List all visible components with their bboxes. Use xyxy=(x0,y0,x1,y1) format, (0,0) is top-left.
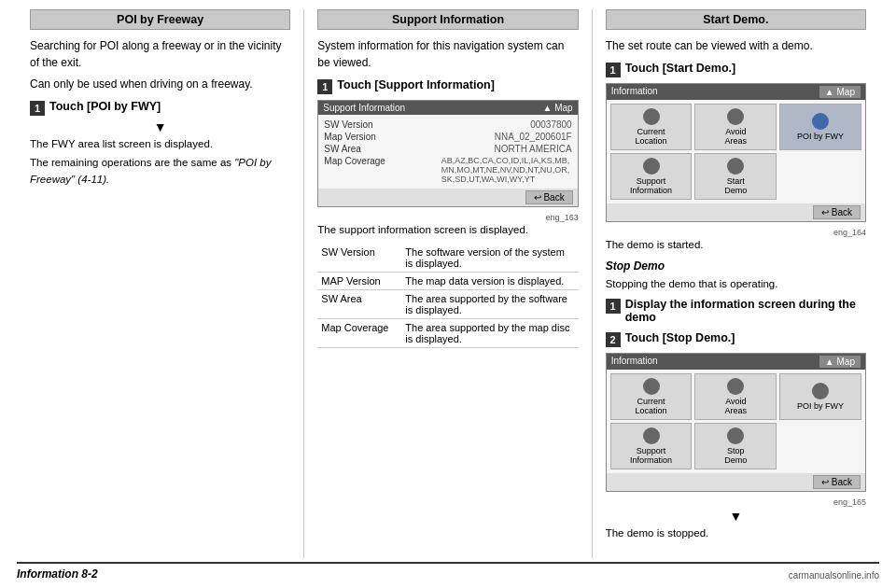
avoid-areas-icon xyxy=(727,108,744,125)
col1-arrow: ▼ xyxy=(30,119,290,134)
support-val-1: NNA_02_200601F xyxy=(495,132,572,142)
col3-step-display-num: 1 xyxy=(606,299,621,314)
col3-step2: 2 Touch [Stop Demo.] xyxy=(606,331,866,347)
col3-step-num-1: 1 xyxy=(606,63,621,77)
col1-desc2: The remaining operations are the same as… xyxy=(30,155,290,188)
col3-arrow2: ▼ xyxy=(606,509,866,524)
demo-cell-label-0: Current Location xyxy=(636,127,667,146)
col3-after-screen2: The demo is stopped. xyxy=(606,525,866,541)
support-screen-label: eng_163 xyxy=(317,213,578,222)
col2-after-screen: The support information screen is displa… xyxy=(317,222,578,238)
col2-header: Support Information xyxy=(317,9,578,30)
demo-screen1-map-btn: ▲ Map xyxy=(819,86,861,98)
demo-screen2-map-btn: ▲ Map xyxy=(819,356,861,368)
demo-cell-label-1: Avoid Areas xyxy=(725,127,748,146)
table-desc-2: The area supported by the software is di… xyxy=(401,290,578,319)
stop-demo-screen2: Information ▲ Map Current Location Avoid… xyxy=(606,353,866,492)
col2-step1: 1 Touch [Support Information] xyxy=(317,78,578,94)
step-num-1: 1 xyxy=(30,101,45,116)
table-row-2: SW Area The area supported by the softwa… xyxy=(317,290,578,319)
start-demo-icon xyxy=(727,158,744,175)
demo2-avoid-icon xyxy=(727,378,744,395)
demo-cell-support-info: Support Information xyxy=(610,153,693,200)
demo2-cell-stop-demo: Stop Demo xyxy=(694,423,777,469)
demo-screen2-footer: ↩ Back xyxy=(607,473,865,491)
support-key-1: Map Version xyxy=(324,132,376,142)
col1-header: POI by Freeway xyxy=(30,9,290,30)
demo2-cell-label-4: Stop Demo xyxy=(724,446,747,465)
demo-cell-label-3: Support Information xyxy=(630,176,672,195)
columns: POI by Freeway Searching for POI along a… xyxy=(17,9,879,558)
col3-step-display: 1 Display the information screen during … xyxy=(606,298,866,324)
col2-step-label: Touch [Support Information] xyxy=(337,78,495,91)
support-row-0: SW Version 00037800 xyxy=(324,119,571,131)
support-screen-header: Support Information ▲ Map xyxy=(318,101,577,115)
info-table: SW Version The software version of the s… xyxy=(317,244,578,348)
demo-screen2-title: Information xyxy=(611,356,658,368)
support-key-0: SW Version xyxy=(324,119,372,130)
demo-cell-current-location: Current Location xyxy=(610,104,693,150)
demo-screen1-header: Information ▲ Map xyxy=(607,84,865,100)
page: POI by Freeway Searching for POI along a… xyxy=(0,0,896,588)
col2-intro: System information for this navigation s… xyxy=(317,37,578,71)
demo-screen2-header: Information ▲ Map xyxy=(607,354,865,370)
demo2-cell-label-2: POI by FWY xyxy=(797,401,844,411)
demo2-cell-support-info: Support Information xyxy=(610,423,693,469)
demo-screen1-grid: Current Location Avoid Areas POI by FWY … xyxy=(607,100,865,203)
col3-header: Start Demo. xyxy=(606,9,866,30)
demo-cell-label-2: POI by FWY xyxy=(797,132,844,141)
support-val-2: NORTH AMERICA xyxy=(494,144,571,154)
col3-step1-label: Touch [Start Demo.] xyxy=(625,62,736,75)
demo2-current-icon xyxy=(643,378,660,395)
col3-step2-label: Touch [Stop Demo.] xyxy=(625,331,735,344)
demo2-cell-avoid-areas: Avoid Areas xyxy=(694,373,777,420)
col-support-info: Support Information System information f… xyxy=(304,9,592,558)
col1-para1: Searching for POI along a freeway or in … xyxy=(30,37,290,71)
demo-screen1-title: Information xyxy=(611,86,658,98)
col3-step1: 1 Touch [Start Demo.] xyxy=(606,62,866,77)
table-desc-0: The software version of the system is di… xyxy=(401,244,578,273)
support-screen-body: SW Version 00037800 Map Version NNA_02_2… xyxy=(318,115,577,189)
support-row-1: Map Version NNA_02_200601F xyxy=(324,131,571,143)
poi-fwy-icon xyxy=(812,113,829,130)
current-location-icon xyxy=(643,108,660,125)
demo2-stop-icon xyxy=(727,427,744,444)
start-demo-screen1: Information ▲ Map Current Location Avoid… xyxy=(606,83,866,222)
col-start-demo: Start Demo. The set route can be viewed … xyxy=(593,9,879,558)
demo-screen2-label: eng_165 xyxy=(606,497,866,507)
table-term-1: MAP Version xyxy=(317,273,401,290)
footer-right: carmanualsonline.info xyxy=(789,570,879,581)
demo-cell-label-4: Start Demo xyxy=(724,176,747,195)
col1-step1: 1 Touch [POI by FWY] xyxy=(30,100,290,116)
col1-para2: Can only be used when driving on a freew… xyxy=(30,76,290,92)
table-term-0: SW Version xyxy=(317,244,401,273)
support-key-2: SW Area xyxy=(324,144,360,154)
demo-screen1-footer: ↩ Back xyxy=(607,203,865,221)
demo2-cell-label-3: Support Information xyxy=(630,446,672,465)
demo-screen2-back-btn: ↩ Back xyxy=(813,475,861,489)
support-key-3: Map Coverage xyxy=(324,156,385,184)
col3-step-num-2: 2 xyxy=(606,332,621,347)
demo2-support-icon xyxy=(643,427,660,444)
demo-screen1-back-btn: ↩ Back xyxy=(813,205,861,219)
col2-step-num: 1 xyxy=(317,79,332,94)
support-screen-footer: ↩ Back xyxy=(318,189,577,206)
demo-screen1-label: eng_164 xyxy=(606,228,866,237)
footer-left: Information 8-2 xyxy=(17,567,98,581)
stop-demo-title: Stop Demo xyxy=(606,258,866,274)
table-term-3: Map Coverage xyxy=(317,319,401,348)
demo-cell-poi-fwy: POI by FWY xyxy=(779,104,861,150)
step1-label: Touch [POI by FWY] xyxy=(49,100,161,113)
table-term-2: SW Area xyxy=(317,290,401,319)
table-desc-1: The map data version is displayed. xyxy=(401,273,578,290)
demo2-poi-icon xyxy=(812,383,829,399)
table-row-1: MAP Version The map data version is disp… xyxy=(317,273,578,290)
table-row-0: SW Version The software version of the s… xyxy=(317,244,578,273)
support-screen: Support Information ▲ Map SW Version 000… xyxy=(317,100,578,207)
demo-cell-start-demo: Start Demo xyxy=(694,153,777,200)
support-val-0: 00037800 xyxy=(530,119,572,130)
demo-screen2-grid: Current Location Avoid Areas POI by FWY … xyxy=(607,370,865,473)
support-row-3: Map Coverage AB,AZ,BC,CA,CO,ID,IL,IA,KS,… xyxy=(324,155,571,185)
support-val-3: AB,AZ,BC,CA,CO,ID,IL,IA,KS,MB,MN,MO,MT,N… xyxy=(441,156,572,184)
col-poi-freeway: POI by Freeway Searching for POI along a… xyxy=(17,9,304,558)
